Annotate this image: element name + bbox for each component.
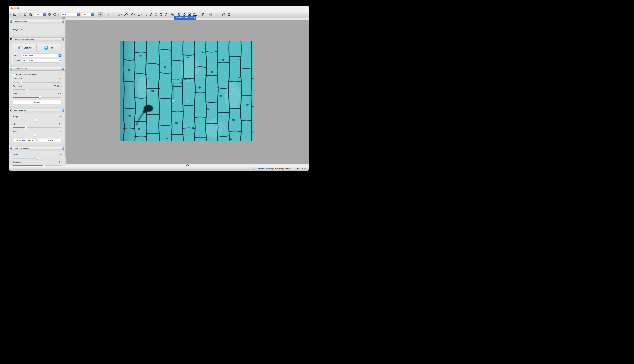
video-canvas[interactable]: Balance des Blancs bbox=[66, 20, 309, 164]
resize-handle-top-right[interactable] bbox=[199, 80, 201, 82]
panel-title: Balance des Blancs bbox=[14, 110, 29, 111]
panel-title: Caméra détectée bbox=[14, 20, 27, 22]
perpendicular-tool-button[interactable] bbox=[138, 12, 142, 17]
saturation-slider[interactable] bbox=[13, 164, 62, 166]
curve-tool-button[interactable] bbox=[149, 12, 152, 17]
capture-panel: Capturer Filmer Direct: 2592 x 1944 Cap bbox=[10, 42, 64, 64]
export-down-icon bbox=[227, 13, 230, 16]
white-balance-default-button[interactable]: Défaut bbox=[38, 138, 62, 142]
collapse-sidebar-button[interactable]: « bbox=[62, 16, 65, 19]
collapse-panel-button[interactable] bbox=[62, 109, 64, 112]
correction-slider[interactable] bbox=[13, 81, 62, 84]
angle-tool-button[interactable] bbox=[118, 12, 122, 17]
zoom-level-value: 33% bbox=[34, 14, 43, 16]
slider-thumb[interactable] bbox=[35, 119, 37, 121]
export-button[interactable] bbox=[227, 12, 230, 17]
perpendicular-icon bbox=[138, 13, 142, 16]
white-balance-region-label: Balance des Blancs bbox=[172, 78, 190, 81]
resize-handle-bottom-right[interactable] bbox=[199, 100, 201, 102]
blue-slider[interactable] bbox=[13, 134, 62, 136]
settings-button[interactable] bbox=[48, 12, 51, 17]
collapse-panel-button[interactable] bbox=[62, 20, 64, 23]
record-video-label: Filmer bbox=[50, 47, 55, 49]
stepper-icon bbox=[58, 59, 62, 62]
collapse-panel-button[interactable] bbox=[62, 38, 64, 40]
ellipse-options-tool-button[interactable] bbox=[164, 12, 169, 17]
capture-resolution-select[interactable]: 2592 x 1944 bbox=[22, 59, 62, 62]
tab-video[interactable]: × Vidéo[Swift_EC5R] bbox=[174, 16, 196, 20]
exposure-slider[interactable] bbox=[13, 88, 62, 91]
copy-button[interactable] bbox=[222, 12, 225, 17]
chevron-double-up-icon bbox=[62, 38, 64, 40]
collapse-panel-button[interactable] bbox=[62, 148, 64, 150]
slider-label: Vert bbox=[13, 123, 16, 125]
parallel-lines-tool-button[interactable] bbox=[130, 12, 136, 17]
webcam-icon bbox=[10, 20, 12, 22]
resize-handle-top-left[interactable] bbox=[172, 80, 174, 82]
resize-handle-bottom-left[interactable] bbox=[172, 100, 174, 102]
gear-icon bbox=[48, 13, 51, 16]
title-bar[interactable] bbox=[9, 6, 309, 11]
svg-text:10um: 10um bbox=[193, 13, 197, 15]
zoom-level-select[interactable]: 33% bbox=[34, 13, 46, 16]
calibration-tool-button[interactable] bbox=[201, 12, 205, 17]
panel-header-white-balance[interactable]: Balance des Blancs bbox=[9, 108, 66, 112]
slider-thumb[interactable] bbox=[20, 81, 22, 84]
slider-thumb[interactable] bbox=[36, 157, 39, 160]
white-balance-icon bbox=[10, 109, 12, 112]
capture-photo-button[interactable]: Capturer bbox=[13, 44, 36, 52]
resize-handle-bottom-middle[interactable] bbox=[186, 100, 188, 102]
slider-value: 3.25 bbox=[58, 93, 62, 95]
arrow-tool-button[interactable] bbox=[112, 12, 116, 17]
slider-thumb[interactable] bbox=[34, 134, 36, 136]
red-slider[interactable] bbox=[13, 119, 62, 121]
exposure-default-button[interactable]: Défaut bbox=[13, 100, 62, 104]
point-tool-button[interactable] bbox=[107, 12, 110, 17]
slider-thumb[interactable] bbox=[43, 164, 46, 166]
panel-header-capture[interactable]: Capture et Enregistrement bbox=[9, 38, 66, 41]
snapshot-timer-button[interactable] bbox=[28, 12, 32, 17]
save-burst-button[interactable] bbox=[24, 12, 26, 17]
white-balance-region[interactable]: Balance des Blancs bbox=[173, 81, 200, 101]
stepper-icon bbox=[58, 54, 62, 57]
record-video-button[interactable]: Filmer bbox=[38, 44, 62, 52]
slider-thumb[interactable] bbox=[39, 96, 41, 98]
toolbar-drag-handle[interactable] bbox=[58, 13, 59, 16]
slider-thumb[interactable] bbox=[25, 126, 27, 129]
resize-handle-middle-left[interactable] bbox=[172, 90, 174, 92]
panel-header-exposure[interactable]: Exposition et Gain bbox=[9, 67, 66, 70]
resize-handle-middle-right[interactable] bbox=[199, 90, 201, 92]
live-video-frame[interactable]: Balance des Blancs bbox=[120, 41, 254, 141]
rectangle-icon bbox=[154, 13, 157, 16]
live-resolution-select[interactable]: 2592 x 1944 bbox=[22, 54, 62, 57]
arc-tool-button[interactable] bbox=[144, 12, 147, 17]
na-select[interactable]: NA bbox=[82, 13, 94, 16]
collapse-panel-button[interactable] bbox=[62, 68, 64, 70]
minimize-window-button[interactable] bbox=[14, 7, 16, 9]
slider-label: Bleu bbox=[13, 130, 16, 132]
rectangle-tool-button[interactable] bbox=[154, 12, 158, 17]
sidebar-scrollbar[interactable] bbox=[65, 20, 66, 157]
green-slider[interactable] bbox=[13, 126, 62, 129]
panel-header-camera[interactable]: Caméra détectée bbox=[9, 20, 66, 24]
slider-thumb[interactable] bbox=[26, 88, 28, 91]
unit-select[interactable]: Pixel bbox=[61, 13, 80, 16]
parallel-lines-icon bbox=[130, 13, 136, 16]
line-tool-button[interactable] bbox=[124, 12, 128, 17]
pointer-tool-button[interactable] bbox=[98, 12, 103, 17]
zoom-window-button[interactable] bbox=[17, 7, 19, 9]
layers-button[interactable] bbox=[209, 12, 212, 17]
toolbar-drag-handle[interactable] bbox=[10, 13, 11, 16]
ellipse-tool-button[interactable] bbox=[160, 12, 162, 17]
resize-handle-top-middle[interactable] bbox=[186, 80, 188, 82]
hue-slider[interactable] bbox=[13, 157, 62, 160]
bottom-panel-toggle[interactable] bbox=[66, 164, 309, 166]
auto-exposure-checkbox[interactable] bbox=[13, 74, 15, 76]
open-file-button[interactable] bbox=[13, 12, 16, 17]
panel-header-colors[interactable]: Couleurs et réglages bbox=[9, 146, 66, 150]
close-window-button[interactable] bbox=[11, 7, 13, 9]
close-tab-icon[interactable]: × bbox=[176, 17, 177, 19]
gain-slider[interactable] bbox=[13, 96, 62, 98]
info-button[interactable]: i bbox=[53, 12, 56, 17]
white-balance-button[interactable]: Balance des Blancs bbox=[13, 138, 36, 142]
